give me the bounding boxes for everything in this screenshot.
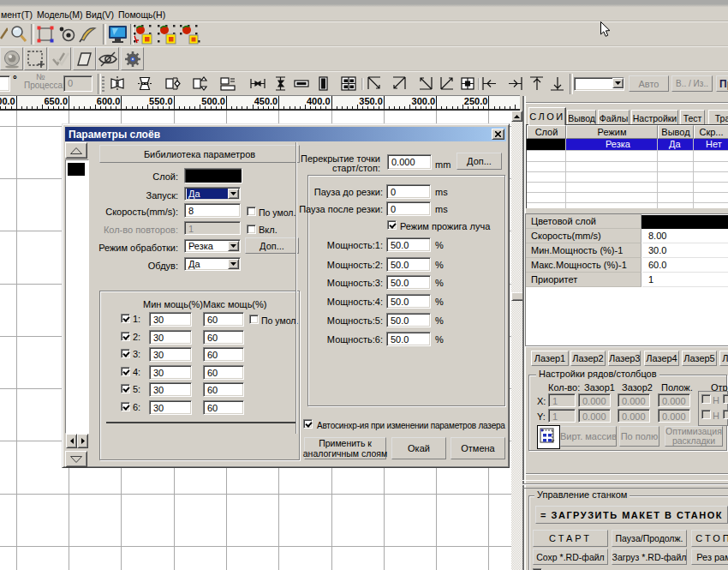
svg-text:300.0: 300.0 [412,96,436,106]
svg-text:450.0: 450.0 [254,96,278,106]
svg-text:700.0: 700.0 [0,96,15,106]
svg-text:500.0: 500.0 [201,96,225,106]
svg-text:550.0: 550.0 [149,96,173,106]
svg-text:400.0: 400.0 [307,96,331,106]
svg-text:350.0: 350.0 [359,96,383,106]
svg-text:650.0: 650.0 [44,96,68,106]
svg-text:600.0: 600.0 [97,96,121,106]
svg-text:250.0: 250.0 [464,96,488,106]
